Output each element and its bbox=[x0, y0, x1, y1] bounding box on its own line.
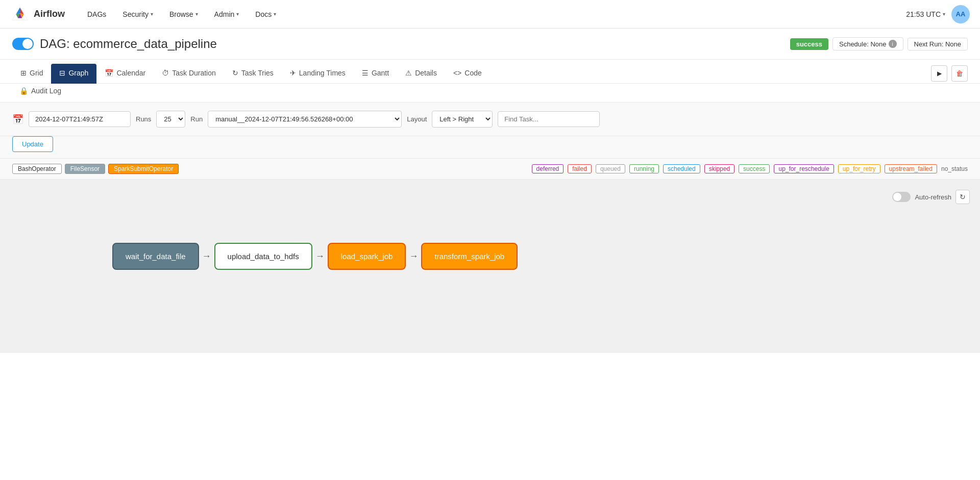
dag-toggle[interactable] bbox=[12, 38, 34, 50]
nav-browse[interactable]: Browse ▾ bbox=[162, 6, 205, 22]
grid-icon: ⊞ bbox=[20, 69, 27, 77]
dag-node-upload-data-to-hdfs[interactable]: upload_data_to_hdfs bbox=[214, 243, 312, 270]
tab-landing-times-label: Landing Times bbox=[299, 69, 346, 77]
tabs-actions: ▶ 🗑 bbox=[931, 65, 968, 82]
navbar-right: 21:53 UTC ▾ AA bbox=[906, 5, 970, 23]
dag-label: DAG: bbox=[40, 37, 70, 50]
status-up-for-retry: up_for_retry bbox=[838, 164, 880, 173]
tab-details[interactable]: ⚠ Details bbox=[397, 64, 445, 84]
dag-arrow-1: → bbox=[199, 251, 214, 262]
trigger-dag-button[interactable]: ▶ bbox=[931, 65, 947, 82]
nav-docs[interactable]: Docs ▾ bbox=[248, 6, 283, 22]
nav-security-arrow-icon: ▾ bbox=[151, 11, 153, 17]
dag-header: DAG: ecommerce_data_pipeline success Sch… bbox=[0, 29, 980, 60]
tab-landing-times[interactable]: ✈ Landing Times bbox=[282, 64, 354, 84]
layout-select[interactable]: Left > Right Top > Bottom bbox=[432, 111, 493, 128]
tab-gantt-label: Gantt bbox=[372, 69, 389, 77]
nav-browse-arrow-icon: ▾ bbox=[195, 11, 198, 17]
nav-security[interactable]: Security ▾ bbox=[115, 6, 160, 22]
tab-task-duration-label: Task Duration bbox=[172, 69, 216, 77]
dag-node-wait-for-data-file[interactable]: wait_for_data_file bbox=[112, 243, 199, 270]
schedule-info-icon[interactable]: i bbox=[889, 40, 897, 48]
graph-icon: ⊟ bbox=[59, 69, 65, 77]
operator-tag-spark: SparkSubmitOperator bbox=[108, 164, 179, 174]
navbar: Airflow DAGs Security ▾ Browse ▾ Admin ▾… bbox=[0, 0, 980, 29]
tab-graph-label: Graph bbox=[68, 69, 88, 77]
nav-dags[interactable]: DAGs bbox=[80, 6, 113, 22]
operator-tags: BashOperator FileSensor SparkSubmitOpera… bbox=[12, 164, 179, 174]
brand-name: Airflow bbox=[34, 9, 65, 19]
status-queued: queued bbox=[596, 164, 625, 173]
dag-meta: success Schedule: None i Next Run: None bbox=[790, 37, 968, 50]
nav-security-label: Security bbox=[122, 10, 149, 18]
audit-log-icon: 🔒 bbox=[19, 87, 28, 95]
task-duration-icon: ⏱ bbox=[162, 69, 169, 77]
dag-arrow-3: → bbox=[406, 251, 421, 262]
tab-gantt[interactable]: ☰ Gantt bbox=[354, 64, 397, 84]
status-upstream-failed: upstream_failed bbox=[885, 164, 937, 173]
nav-menu: DAGs Security ▾ Browse ▾ Admin ▾ Docs ▾ bbox=[80, 6, 906, 22]
calendar-picker-icon[interactable]: 📅 bbox=[12, 114, 23, 125]
user-initials: AA bbox=[956, 10, 966, 18]
find-task-input[interactable] bbox=[498, 111, 600, 127]
details-icon: ⚠ bbox=[405, 69, 412, 77]
tab-audit-log[interactable]: 🔒 Audit Log bbox=[12, 84, 68, 98]
update-button[interactable]: Update bbox=[12, 136, 53, 152]
runs-select[interactable]: 25 bbox=[156, 111, 185, 128]
tab-task-duration[interactable]: ⏱ Task Duration bbox=[154, 64, 224, 84]
node-label-wait: wait_for_data_file bbox=[126, 252, 186, 261]
status-deferred: deferred bbox=[532, 164, 564, 173]
tab-calendar[interactable]: 📅 Calendar bbox=[96, 64, 154, 84]
landing-times-icon: ✈ bbox=[290, 69, 296, 77]
status-badge: success bbox=[790, 38, 828, 50]
graph-container: Auto-refresh ↻ wait_for_data_file → uplo… bbox=[0, 180, 980, 353]
user-avatar[interactable]: AA bbox=[951, 5, 970, 23]
tab-task-tries-label: Task Tries bbox=[241, 69, 274, 77]
layout-label: Layout bbox=[407, 115, 427, 123]
status-running: running bbox=[629, 164, 659, 173]
node-label-transform: transform_spark_job bbox=[434, 252, 504, 261]
tab-graph[interactable]: ⊟ Graph bbox=[51, 64, 96, 84]
tab-task-tries[interactable]: ↻ Task Tries bbox=[224, 64, 282, 84]
nav-admin[interactable]: Admin ▾ bbox=[207, 6, 247, 22]
node-label-upload: upload_data_to_hdfs bbox=[228, 252, 299, 261]
status-tags: deferred failed queued running scheduled… bbox=[532, 164, 968, 173]
dag-arrow-2: → bbox=[312, 251, 328, 262]
gantt-icon: ☰ bbox=[362, 69, 369, 77]
legend-bar: BashOperator FileSensor SparkSubmitOpera… bbox=[0, 159, 980, 180]
nav-admin-label: Admin bbox=[214, 10, 235, 18]
dag-title: DAG: ecommerce_data_pipeline bbox=[40, 37, 217, 51]
code-icon: <> bbox=[453, 69, 461, 77]
refresh-button[interactable]: ↻ bbox=[955, 190, 970, 204]
time-value: 21:53 UTC bbox=[906, 10, 941, 18]
tab-grid[interactable]: ⊞ Grid bbox=[12, 64, 51, 84]
dag-title-section: DAG: ecommerce_data_pipeline bbox=[12, 37, 217, 51]
brand-logo[interactable]: Airflow bbox=[10, 5, 65, 24]
auto-refresh-label: Auto-refresh bbox=[915, 193, 951, 201]
nav-browse-label: Browse bbox=[169, 10, 193, 18]
status-failed: failed bbox=[568, 164, 592, 173]
tabs-container: ⊞ Grid ⊟ Graph 📅 Calendar ⏱ Task Duratio… bbox=[0, 60, 980, 84]
status-no-status: no_status bbox=[941, 165, 968, 172]
dag-node-transform-spark-job[interactable]: transform_spark_job bbox=[421, 243, 518, 270]
time-arrow-icon: ▾ bbox=[943, 11, 945, 17]
airflow-logo-icon bbox=[10, 5, 30, 24]
task-tries-icon: ↻ bbox=[232, 69, 238, 77]
tab-code[interactable]: <> Code bbox=[445, 64, 490, 84]
tab-grid-label: Grid bbox=[30, 69, 43, 77]
dag-node-load-spark-job[interactable]: load_spark_job bbox=[328, 243, 406, 270]
tab-code-label: Code bbox=[464, 69, 481, 77]
auto-refresh-toggle[interactable] bbox=[892, 192, 911, 202]
status-up-for-reschedule: up_for_reschedule bbox=[774, 164, 834, 173]
runs-label: Runs bbox=[136, 115, 151, 123]
delete-dag-button[interactable]: 🗑 bbox=[951, 65, 968, 82]
nav-docs-label: Docs bbox=[255, 10, 272, 18]
schedule-label: Schedule: None bbox=[839, 40, 887, 48]
audit-log-tab-row: 🔒 Audit Log bbox=[0, 84, 980, 103]
time-display[interactable]: 21:53 UTC ▾ bbox=[906, 10, 945, 18]
status-success: success bbox=[739, 164, 770, 173]
run-select[interactable]: manual__2024-12-07T21:49:56.526268+00:00 bbox=[208, 111, 402, 128]
tab-calendar-label: Calendar bbox=[116, 69, 145, 77]
date-input[interactable] bbox=[29, 111, 131, 127]
nav-admin-arrow-icon: ▾ bbox=[236, 11, 239, 17]
